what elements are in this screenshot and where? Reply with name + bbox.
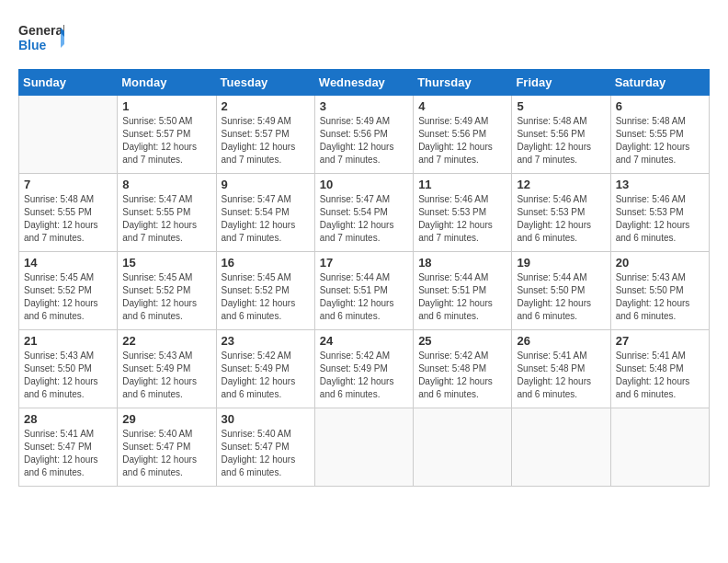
weekday-header-saturday: Saturday (610, 70, 709, 96)
weekday-header-tuesday: Tuesday (216, 70, 314, 96)
day-info: Sunrise: 5:47 AM Sunset: 5:55 PM Dayligh… (122, 193, 210, 245)
weekday-header-sunday: Sunday (19, 70, 118, 96)
day-number: 6 (616, 99, 704, 113)
calendar-cell: 12Sunrise: 5:46 AM Sunset: 5:53 PM Dayli… (512, 174, 610, 252)
calendar-cell: 27Sunrise: 5:41 AM Sunset: 5:48 PM Dayli… (610, 330, 709, 408)
calendar-week-2: 7Sunrise: 5:48 AM Sunset: 5:55 PM Daylig… (19, 174, 710, 252)
weekday-header-thursday: Thursday (414, 70, 512, 96)
day-info: Sunrise: 5:43 AM Sunset: 5:50 PM Dayligh… (24, 350, 112, 401)
day-number: 12 (517, 178, 605, 191)
day-info: Sunrise: 5:46 AM Sunset: 5:53 PM Dayligh… (517, 193, 605, 245)
calendar-cell: 2Sunrise: 5:49 AM Sunset: 5:57 PM Daylig… (216, 96, 314, 174)
day-number: 23 (222, 334, 310, 348)
calendar-cell: 24Sunrise: 5:42 AM Sunset: 5:49 PM Dayli… (314, 330, 413, 408)
day-info: Sunrise: 5:41 AM Sunset: 5:48 PM Dayligh… (616, 350, 704, 401)
day-number: 11 (418, 178, 506, 191)
calendar-week-4: 21Sunrise: 5:43 AM Sunset: 5:50 PM Dayli… (19, 330, 710, 408)
calendar-cell: 21Sunrise: 5:43 AM Sunset: 5:50 PM Dayli… (19, 330, 118, 408)
day-number: 16 (222, 256, 310, 270)
day-info: Sunrise: 5:42 AM Sunset: 5:48 PM Dayligh… (418, 350, 506, 401)
day-number: 27 (616, 334, 704, 348)
day-number: 10 (320, 178, 408, 191)
day-info: Sunrise: 5:48 AM Sunset: 5:55 PM Dayligh… (24, 193, 112, 245)
calendar-cell: 7Sunrise: 5:48 AM Sunset: 5:55 PM Daylig… (19, 174, 118, 252)
day-number: 30 (222, 412, 310, 426)
calendar-cell: 8Sunrise: 5:47 AM Sunset: 5:55 PM Daylig… (118, 174, 216, 252)
calendar-cell: 19Sunrise: 5:44 AM Sunset: 5:50 PM Dayli… (512, 252, 610, 330)
calendar-cell: 5Sunrise: 5:48 AM Sunset: 5:56 PM Daylig… (512, 96, 610, 174)
day-number: 21 (24, 334, 112, 348)
day-info: Sunrise: 5:42 AM Sunset: 5:49 PM Dayligh… (320, 350, 408, 401)
calendar-cell (314, 408, 413, 487)
day-info: Sunrise: 5:43 AM Sunset: 5:49 PM Dayligh… (122, 350, 210, 401)
day-number: 22 (122, 334, 210, 348)
day-number: 1 (122, 99, 210, 113)
calendar-cell: 20Sunrise: 5:43 AM Sunset: 5:50 PM Dayli… (610, 252, 709, 330)
logo: General Blue (18, 18, 64, 60)
day-number: 7 (24, 178, 112, 191)
svg-text:General: General (18, 23, 64, 38)
calendar-cell: 14Sunrise: 5:45 AM Sunset: 5:52 PM Dayli… (19, 252, 118, 330)
weekday-header-friday: Friday (512, 70, 610, 96)
weekday-header-monday: Monday (118, 70, 216, 96)
day-info: Sunrise: 5:45 AM Sunset: 5:52 PM Dayligh… (222, 271, 310, 323)
day-number: 9 (222, 178, 310, 191)
calendar-cell: 9Sunrise: 5:47 AM Sunset: 5:54 PM Daylig… (216, 174, 314, 252)
day-number: 25 (418, 334, 506, 348)
calendar-cell: 16Sunrise: 5:45 AM Sunset: 5:52 PM Dayli… (216, 252, 314, 330)
weekday-header-row: SundayMondayTuesdayWednesdayThursdayFrid… (19, 70, 710, 96)
day-number: 18 (418, 256, 506, 270)
day-info: Sunrise: 5:44 AM Sunset: 5:51 PM Dayligh… (320, 271, 408, 323)
day-info: Sunrise: 5:48 AM Sunset: 5:55 PM Dayligh… (616, 115, 704, 167)
day-info: Sunrise: 5:43 AM Sunset: 5:50 PM Dayligh… (616, 271, 704, 323)
calendar-cell (19, 96, 118, 174)
day-number: 19 (517, 256, 605, 270)
calendar-cell (610, 408, 709, 487)
day-info: Sunrise: 5:41 AM Sunset: 5:48 PM Dayligh… (517, 350, 605, 401)
calendar-cell: 18Sunrise: 5:44 AM Sunset: 5:51 PM Dayli… (414, 252, 512, 330)
day-info: Sunrise: 5:46 AM Sunset: 5:53 PM Dayligh… (418, 193, 506, 245)
calendar-cell: 13Sunrise: 5:46 AM Sunset: 5:53 PM Dayli… (610, 174, 709, 252)
day-info: Sunrise: 5:50 AM Sunset: 5:57 PM Dayligh… (122, 115, 210, 167)
day-number: 17 (320, 256, 408, 270)
calendar-cell: 11Sunrise: 5:46 AM Sunset: 5:53 PM Dayli… (414, 174, 512, 252)
calendar-cell: 4Sunrise: 5:49 AM Sunset: 5:56 PM Daylig… (414, 96, 512, 174)
calendar-week-5: 28Sunrise: 5:41 AM Sunset: 5:47 PM Dayli… (19, 408, 710, 487)
calendar-cell: 28Sunrise: 5:41 AM Sunset: 5:47 PM Dayli… (19, 408, 118, 487)
logo-svg: General Blue (18, 18, 64, 60)
calendar-cell: 23Sunrise: 5:42 AM Sunset: 5:49 PM Dayli… (216, 330, 314, 408)
day-info: Sunrise: 5:44 AM Sunset: 5:51 PM Dayligh… (418, 271, 506, 323)
calendar-cell: 3Sunrise: 5:49 AM Sunset: 5:56 PM Daylig… (314, 96, 413, 174)
calendar-week-1: 1Sunrise: 5:50 AM Sunset: 5:57 PM Daylig… (19, 96, 710, 174)
day-info: Sunrise: 5:47 AM Sunset: 5:54 PM Dayligh… (222, 193, 310, 245)
day-info: Sunrise: 5:49 AM Sunset: 5:56 PM Dayligh… (418, 115, 506, 167)
day-info: Sunrise: 5:44 AM Sunset: 5:50 PM Dayligh… (517, 271, 605, 323)
day-info: Sunrise: 5:45 AM Sunset: 5:52 PM Dayligh… (122, 271, 210, 323)
calendar-cell: 1Sunrise: 5:50 AM Sunset: 5:57 PM Daylig… (118, 96, 216, 174)
day-info: Sunrise: 5:48 AM Sunset: 5:56 PM Dayligh… (517, 115, 605, 167)
day-number: 5 (517, 99, 605, 113)
day-number: 4 (418, 99, 506, 113)
calendar-cell (512, 408, 610, 487)
day-info: Sunrise: 5:40 AM Sunset: 5:47 PM Dayligh… (122, 428, 210, 479)
day-number: 13 (616, 178, 704, 191)
page-header: General Blue (18, 18, 710, 60)
calendar-cell: 26Sunrise: 5:41 AM Sunset: 5:48 PM Dayli… (512, 330, 610, 408)
calendar-cell: 10Sunrise: 5:47 AM Sunset: 5:54 PM Dayli… (314, 174, 413, 252)
day-number: 14 (24, 256, 112, 270)
calendar-cell: 25Sunrise: 5:42 AM Sunset: 5:48 PM Dayli… (414, 330, 512, 408)
day-info: Sunrise: 5:41 AM Sunset: 5:47 PM Dayligh… (24, 428, 112, 479)
calendar-cell: 15Sunrise: 5:45 AM Sunset: 5:52 PM Dayli… (118, 252, 216, 330)
day-number: 20 (616, 256, 704, 270)
day-number: 26 (517, 334, 605, 348)
svg-text:Blue: Blue (18, 38, 47, 52)
calendar-week-3: 14Sunrise: 5:45 AM Sunset: 5:52 PM Dayli… (19, 252, 710, 330)
day-info: Sunrise: 5:42 AM Sunset: 5:49 PM Dayligh… (222, 350, 310, 401)
day-number: 24 (320, 334, 408, 348)
day-number: 2 (222, 99, 310, 113)
day-number: 29 (122, 412, 210, 426)
calendar-table: SundayMondayTuesdayWednesdayThursdayFrid… (18, 69, 710, 487)
calendar-cell: 30Sunrise: 5:40 AM Sunset: 5:47 PM Dayli… (216, 408, 314, 487)
weekday-header-wednesday: Wednesday (314, 70, 413, 96)
day-info: Sunrise: 5:49 AM Sunset: 5:57 PM Dayligh… (222, 115, 310, 167)
